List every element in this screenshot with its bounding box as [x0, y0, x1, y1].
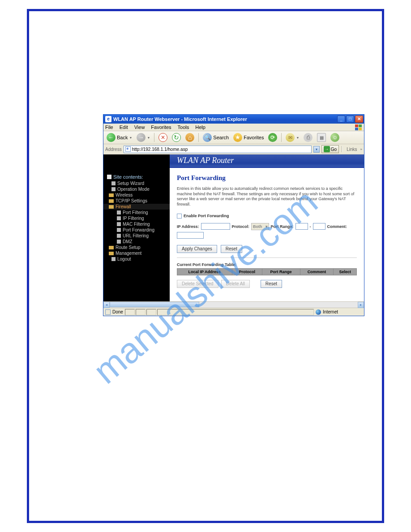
- sidebar-item-route-setup[interactable]: Route Setup: [103, 245, 170, 250]
- page-icon: [117, 240, 121, 244]
- sidebar-item-mac-filtering[interactable]: MAC Filtering: [103, 221, 170, 227]
- folder-icon: [109, 193, 114, 197]
- favorites-button[interactable]: ★ Favorites: [232, 133, 265, 142]
- port-sep: -: [310, 224, 311, 229]
- messenger-button[interactable]: ☺: [329, 133, 341, 142]
- sidebar-item-tcpip[interactable]: TCP/IP Settings: [103, 198, 170, 204]
- comment-input[interactable]: [177, 232, 204, 239]
- globe-icon: [316, 309, 321, 315]
- menu-file[interactable]: File: [105, 124, 113, 130]
- folder-icon: [109, 246, 114, 249]
- port-range-label: Port Range:: [271, 224, 294, 229]
- sidebar-item-firewall[interactable]: Firewall: [103, 204, 170, 210]
- windows-flag-icon: [355, 124, 363, 131]
- sidebar-item-wireless[interactable]: Wireless: [103, 192, 170, 198]
- address-label: Address: [105, 147, 122, 152]
- done-icon: [105, 309, 111, 315]
- page-icon: [117, 222, 121, 226]
- menu-tools[interactable]: Tools: [178, 124, 189, 130]
- horizontal-scrollbar[interactable]: ◂ ▸: [103, 301, 364, 308]
- reset-button[interactable]: Reset: [221, 245, 242, 253]
- scroll-track[interactable]: [110, 302, 358, 308]
- refresh-icon: ↻: [172, 133, 181, 142]
- banner: WLAN AP Router: [170, 154, 364, 168]
- doc-icon: [107, 175, 111, 179]
- menu-view[interactable]: View: [134, 124, 145, 130]
- comment-label: Comment:: [327, 224, 347, 229]
- protocol-select[interactable]: Both: [251, 223, 269, 230]
- sidebar-item-dmz[interactable]: DMZ: [103, 239, 170, 245]
- mail-button[interactable]: ✉ ▼: [284, 133, 300, 142]
- menu-edit[interactable]: Edit: [120, 124, 128, 130]
- print-button[interactable]: ⎙: [302, 133, 314, 142]
- sidebar: Site contents: Setup Wizard Operation Mo…: [103, 154, 170, 301]
- stop-button[interactable]: ✕: [157, 133, 169, 142]
- folder-icon: [109, 252, 114, 255]
- stop-icon: ✕: [158, 133, 167, 142]
- close-button[interactable]: ✕: [355, 116, 363, 123]
- page-title: Port Forwarding: [177, 174, 357, 182]
- th-protocol: Protocol: [232, 268, 262, 275]
- scroll-right-button[interactable]: ▸: [358, 302, 364, 308]
- menu-help[interactable]: Help: [195, 124, 206, 130]
- browser-window: e WLAN AP Router Webserver - Microsoft I…: [103, 114, 364, 316]
- table-label: Current Port Forwarding Table:: [177, 262, 357, 267]
- scroll-thumb[interactable]: [110, 302, 199, 307]
- port-to-input[interactable]: [313, 223, 325, 230]
- menu-favorites[interactable]: Favorites: [151, 124, 171, 130]
- media-button[interactable]: ⟳: [267, 133, 278, 142]
- svg-rect-2: [355, 128, 358, 130]
- folder-open-icon: [109, 205, 114, 209]
- go-button[interactable]: → Go: [321, 145, 339, 153]
- enable-checkbox[interactable]: [177, 214, 182, 219]
- edit-button[interactable]: ▦: [316, 133, 327, 142]
- sidebar-item-url-filtering[interactable]: URL Filtering: [103, 233, 170, 239]
- minimize-button[interactable]: _: [337, 116, 345, 123]
- page-icon: [117, 234, 121, 238]
- search-button[interactable]: 🔍 Search: [201, 133, 230, 142]
- sidebar-heading: Site contents:: [103, 174, 170, 180]
- document-border: manualshive.com e WLAN AP Router Webserv…: [27, 9, 384, 523]
- page-icon: [125, 146, 131, 152]
- statusbar: Done Internet: [103, 308, 364, 316]
- links-label[interactable]: Links: [345, 147, 358, 152]
- scroll-left-button[interactable]: ◂: [103, 302, 110, 308]
- sidebar-item-logout[interactable]: Logout: [103, 256, 170, 262]
- delete-selected-button[interactable]: Delete Selected: [177, 280, 218, 288]
- refresh-button[interactable]: ↻: [171, 133, 182, 142]
- messenger-icon: ☺: [330, 133, 339, 142]
- sidebar-item-port-filtering[interactable]: Port Filtering: [103, 210, 170, 215]
- ip-input[interactable]: [201, 223, 230, 230]
- maximize-button[interactable]: □: [346, 116, 354, 123]
- th-select: Select: [334, 268, 357, 275]
- ip-label: IP Address:: [177, 224, 199, 229]
- sidebar-item-setup-wizard[interactable]: Setup Wizard: [103, 180, 170, 186]
- sidebar-item-management[interactable]: Management: [103, 250, 170, 256]
- page-icon: [117, 228, 121, 232]
- address-bar: Address http://192.168.1.1/home.asp ▾ → …: [103, 144, 364, 154]
- ie-icon: e: [105, 116, 111, 122]
- back-button[interactable]: ← Back ▼: [105, 133, 133, 142]
- star-icon: ★: [233, 133, 242, 142]
- home-button[interactable]: ⌂: [184, 133, 196, 142]
- svg-rect-3: [359, 128, 362, 130]
- page-icon: [117, 216, 121, 220]
- reset2-button[interactable]: Reset: [261, 280, 282, 288]
- enable-label: Enable Port Forwarding: [184, 214, 229, 218]
- go-arrow-icon: →: [324, 146, 330, 152]
- port-from-input[interactable]: [295, 223, 308, 230]
- sidebar-item-ip-filtering[interactable]: IP Filtering: [103, 215, 170, 221]
- delete-all-button[interactable]: Delete All: [221, 280, 250, 288]
- home-icon: ⌂: [185, 133, 194, 142]
- forward-button[interactable]: → ▼: [135, 133, 151, 142]
- page-icon: [111, 187, 116, 191]
- page-icon: [111, 257, 116, 261]
- apply-button[interactable]: Apply Changes: [177, 245, 217, 253]
- th-ip: Local IP Address: [177, 268, 232, 275]
- address-dropdown[interactable]: ▾: [313, 146, 320, 153]
- titlebar[interactable]: e WLAN AP Router Webserver - Microsoft I…: [103, 115, 364, 124]
- svg-rect-0: [355, 124, 358, 127]
- address-input[interactable]: http://192.168.1.1/home.asp: [124, 146, 312, 153]
- sidebar-item-operation-mode[interactable]: Operation Mode: [103, 186, 170, 192]
- sidebar-item-port-forwarding[interactable]: Port Forwarding: [103, 227, 170, 233]
